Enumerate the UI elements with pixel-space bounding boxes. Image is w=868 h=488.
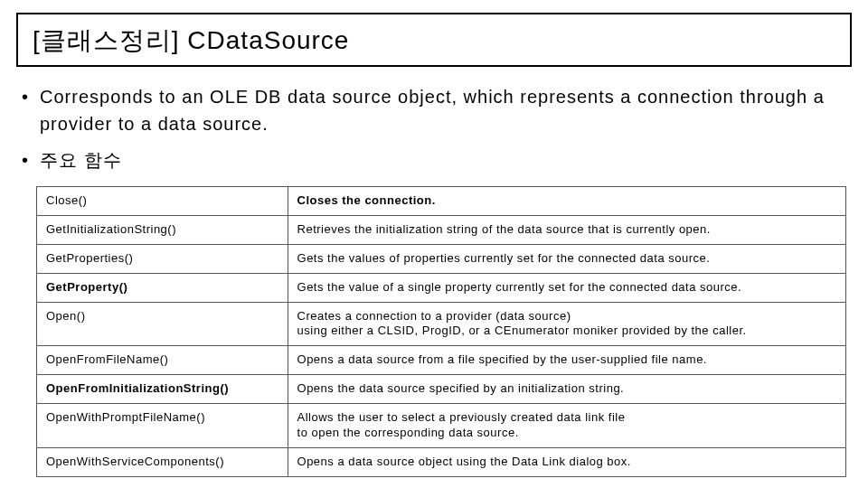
function-name-cell: OpenFromFileName() <box>37 346 288 375</box>
table-row: OpenWithServiceComponents()Opens a data … <box>37 447 846 476</box>
function-name-cell: GetProperties() <box>37 244 288 273</box>
table-row: OpenWithPromptFileName()Allows the user … <box>37 404 846 448</box>
function-desc-cell: Opens a data source object using the Dat… <box>288 447 846 476</box>
table-row: GetInitializationString()Retrieves the i… <box>37 215 846 244</box>
table-row: GetProperties()Gets the values of proper… <box>37 244 846 273</box>
table-row: OpenFromInitializationString()Opens the … <box>37 375 846 404</box>
function-name-cell: Open() <box>37 302 288 346</box>
function-name-cell: Close() <box>37 187 288 216</box>
function-name-cell: GetProperty() <box>37 273 288 302</box>
title-box: [클래스정리] CDataSource <box>16 13 852 67</box>
bullet-text: Corresponds to an OLE DB data source obj… <box>40 83 852 137</box>
function-name-cell: OpenWithServiceComponents() <box>37 447 288 476</box>
table-row: Close()Closes the connection. <box>37 187 846 216</box>
function-desc-cell: Creates a connection to a provider (data… <box>288 302 846 346</box>
function-name-cell: OpenFromInitializationString() <box>37 375 288 404</box>
function-desc-cell: Allows the user to select a previously c… <box>288 404 846 448</box>
function-desc-cell: Closes the connection. <box>288 187 846 216</box>
page-title: [클래스정리] CDataSource <box>33 23 835 58</box>
function-desc-cell: Retrieves the initialization string of t… <box>288 215 846 244</box>
table-row: Open()Creates a connection to a provider… <box>37 302 846 346</box>
bullet-text: 주요 함수 <box>40 146 852 174</box>
function-name-cell: GetInitializationString() <box>37 215 288 244</box>
bullet-item: • 주요 함수 <box>22 146 852 174</box>
function-desc-cell: Opens a data source from a file specifie… <box>288 346 846 375</box>
bullet-item: • Corresponds to an OLE DB data source o… <box>22 83 852 137</box>
function-desc-cell: Opens the data source specified by an in… <box>288 375 846 404</box>
function-desc-cell: Gets the value of a single property curr… <box>288 273 846 302</box>
bullet-dot: • <box>22 146 40 174</box>
bullet-dot: • <box>22 83 40 137</box>
bullet-list: • Corresponds to an OLE DB data source o… <box>22 83 852 174</box>
table-row: GetProperty()Gets the value of a single … <box>37 273 846 302</box>
table-row: OpenFromFileName()Opens a data source fr… <box>37 346 846 375</box>
function-desc-cell: Gets the values of properties currently … <box>288 244 846 273</box>
function-table: Close()Closes the connection.GetInitiali… <box>36 186 846 477</box>
function-name-cell: OpenWithPromptFileName() <box>37 404 288 448</box>
